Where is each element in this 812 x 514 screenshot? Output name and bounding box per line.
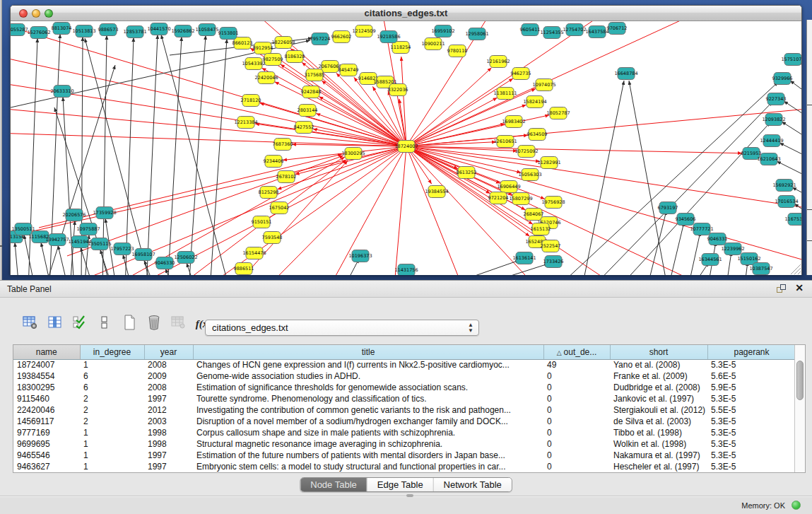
- network-graph-canvas[interactable]: 1872400718300295866012389129541822605898…: [11, 21, 801, 275]
- graph-node-yellow[interactable]: 7687360: [273, 139, 293, 151]
- tab-network-table[interactable]: Network Table: [434, 478, 512, 491]
- select-columns-button[interactable]: [71, 315, 89, 333]
- table-cell[interactable]: 1: [80, 461, 144, 472]
- table-cell[interactable]: Disruption of a novel member of a sodium…: [193, 416, 543, 427]
- graph-node-teal[interactable]: 19218586: [377, 31, 400, 43]
- graph-node-yellow[interactable]: 16154476: [242, 247, 266, 259]
- table-cell[interactable]: 0: [543, 370, 610, 382]
- citation-edge-red[interactable]: [406, 124, 505, 146]
- graph-node-teal[interactable]: 9046331: [707, 233, 728, 245]
- graph-node-yellow[interactable]: 18226058: [271, 37, 295, 49]
- graph-node-teal[interactable]: 16344561: [698, 254, 722, 266]
- table-cell[interactable]: Changes of HCN gene expression and I(f) …: [193, 359, 543, 370]
- tab-edge-table[interactable]: Edge Table: [367, 478, 434, 491]
- graph-node-teal[interactable]: 1733426: [543, 256, 564, 268]
- graph-node-yellow[interactable]: 3175685: [305, 69, 325, 81]
- graph-node-yellow[interactable]: 18724007: [394, 141, 418, 153]
- table-cell[interactable]: 5.5E-5: [707, 404, 796, 416]
- graph-node-teal[interactable]: 10513813: [72, 25, 95, 37]
- graph-node-yellow[interactable]: 18052787: [546, 107, 570, 119]
- citation-edge-black[interactable]: [582, 81, 624, 275]
- graph-node-teal[interactable]: 17359928: [93, 207, 116, 219]
- graph-node-teal[interactable]: 12958061: [465, 28, 488, 40]
- graph-node-teal[interactable]: 11058475: [195, 24, 218, 36]
- graph-node-teal[interactable]: 16959102: [431, 25, 454, 37]
- citation-edge-red[interactable]: [406, 21, 505, 146]
- column-header-year[interactable]: year: [144, 345, 193, 359]
- table-cell[interactable]: 0: [543, 404, 610, 416]
- graph-node-teal[interactable]: 12239962: [721, 243, 744, 255]
- graph-node-yellow[interactable]: 8186328: [285, 51, 305, 63]
- citation-edge-black[interactable]: [165, 269, 175, 275]
- citation-edge-black[interactable]: [784, 101, 801, 122]
- table-row[interactable]: 1830029562008Estimation of significance …: [13, 382, 796, 393]
- table-cell[interactable]: 1: [80, 427, 144, 438]
- table-cell[interactable]: 18724007: [13, 359, 80, 370]
- table-cell[interactable]: Franke et al. (2009): [610, 370, 707, 382]
- citation-edge-red[interactable]: [406, 146, 473, 275]
- graph-node-teal[interactable]: 12093822: [762, 114, 785, 126]
- graph-node-yellow[interactable]: 1615132: [531, 223, 551, 235]
- table-cell[interactable]: 5.6E-5: [707, 370, 796, 382]
- graph-node-yellow[interactable]: 15824194: [523, 96, 546, 108]
- graph-node-teal[interactable]: 17016534: [775, 196, 798, 208]
- graph-node-yellow[interactable]: 10974075: [532, 79, 555, 91]
- graph-node-yellow[interactable]: 7593548: [262, 232, 283, 244]
- column-header-in-degree[interactable]: in_degree: [80, 345, 144, 359]
- table-cell[interactable]: 49: [543, 359, 610, 370]
- graph-node-teal[interactable]: 12853781: [123, 26, 146, 38]
- graph-node-teal[interactable]: 12444419: [760, 135, 783, 147]
- table-cell[interactable]: Embryonic stem cells: a model to study s…: [193, 461, 543, 472]
- citation-edge-red[interactable]: [406, 68, 491, 146]
- graph-node-yellow[interactable]: 9780110: [447, 45, 468, 57]
- table-cell[interactable]: 5.3E-5: [707, 427, 796, 438]
- table-row[interactable]: 1456911722003Disruption of a novel membe…: [13, 416, 796, 427]
- citation-edge-black[interactable]: [187, 263, 196, 275]
- table-cell[interactable]: Dudbridge et al. (2008): [610, 382, 707, 393]
- table-row[interactable]: 946362711997Embryonic stem cells: a mode…: [13, 461, 796, 472]
- citation-edge-black[interactable]: [779, 143, 801, 161]
- table-row[interactable]: 2242004622012Investigating the contribut…: [13, 404, 796, 416]
- citation-edge-black[interactable]: [125, 37, 134, 275]
- table-cell[interactable]: Tourette syndrome. Phenomenology and cla…: [193, 393, 543, 404]
- graph-node-teal[interactable]: 9345606: [676, 214, 696, 226]
- citation-edge-black[interactable]: [146, 35, 158, 275]
- table-cell[interactable]: de Silva et al. (2003): [610, 416, 707, 427]
- citation-edge-black[interactable]: [668, 222, 684, 275]
- citation-edge-black[interactable]: [210, 39, 227, 275]
- graph-node-teal[interactable]: 20633310: [50, 86, 73, 98]
- memory-status-icon[interactable]: [792, 501, 801, 510]
- graph-node-teal[interactable]: 9706712: [607, 23, 628, 35]
- graph-node-teal[interactable]: 12506022: [174, 252, 197, 264]
- column-header-short[interactable]: short: [610, 345, 707, 359]
- table-cell[interactable]: 0: [543, 427, 610, 438]
- table-cell[interactable]: Corpus callosum shape and size in male p…: [193, 427, 543, 438]
- graph-node-teal[interactable]: 10441570: [147, 23, 170, 35]
- table-scrollbar[interactable]: [794, 345, 805, 472]
- column-header-name[interactable]: name: [13, 345, 80, 359]
- graph-node-teal[interactable]: 13505115: [88, 238, 111, 250]
- table-cell[interactable]: 14569117: [13, 416, 80, 427]
- citation-edge-black[interactable]: [435, 260, 519, 275]
- table-selector-dropdown[interactable]: citations_edges.txt ▲▼: [205, 320, 479, 336]
- citation-edge-red[interactable]: [316, 113, 406, 146]
- citation-edge-black[interactable]: [63, 97, 74, 275]
- table-cell[interactable]: 9115460: [13, 393, 80, 404]
- graph-node-teal[interactable]: 15926862: [171, 25, 194, 37]
- row-height-button[interactable]: [95, 315, 114, 333]
- graph-node-yellow[interactable]: 10900211: [421, 38, 445, 50]
- table-cell[interactable]: 5.3E-5: [707, 461, 796, 472]
- graph-node-yellow[interactable]: 9634509: [527, 129, 548, 141]
- graph-node-teal[interactable]: 17957223: [110, 243, 134, 255]
- table-row[interactable]: 1938455462009Genome-wide association stu…: [13, 370, 796, 382]
- table-cell[interactable]: Investigating the contribution of common…: [193, 404, 543, 416]
- graph-node-yellow[interactable]: 9234406: [264, 156, 284, 168]
- table-cell[interactable]: Nakamura et al. (1997): [610, 450, 707, 461]
- graph-node-teal[interactable]: 16210643: [757, 153, 780, 165]
- table-cell[interactable]: 9463627: [13, 461, 80, 472]
- table-cell[interactable]: 2008: [144, 382, 193, 393]
- graph-node-teal[interactable]: 11431756: [394, 264, 418, 276]
- table-cell[interactable]: Yano et al. (2008): [610, 359, 707, 370]
- table-cell[interactable]: 1: [80, 450, 144, 461]
- graph-node-teal[interactable]: 15751074: [781, 54, 801, 66]
